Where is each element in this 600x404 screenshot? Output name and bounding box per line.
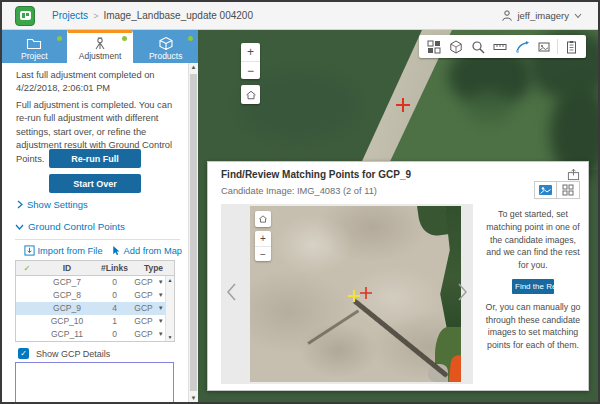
measure-icon [493, 40, 507, 54]
last-adjustment-status: Last full adjustment completed on 4/22/2… [16, 69, 182, 96]
map-zoom-control: + − [241, 43, 260, 79]
breadcrumb-projects-link[interactable]: Projects [52, 10, 88, 21]
cube-icon [158, 36, 174, 51]
matching-point-cross-red [360, 287, 372, 299]
show-settings-toggle[interactable]: Show Settings [17, 199, 88, 210]
chevron-down-icon [15, 224, 24, 230]
search-icon [471, 40, 485, 54]
column-links: #Links [96, 261, 133, 275]
adjustment-icon [92, 36, 108, 51]
home-extent-button[interactable] [241, 85, 260, 104]
zoom-in-button[interactable]: + [255, 231, 271, 246]
gcp-photo-placeholder: Photo not available [15, 362, 174, 402]
panel-scrollbar[interactable]: ▲ ▼ [188, 63, 198, 402]
map-canvas[interactable]: + − [198, 30, 598, 402]
scrollbar-thumb[interactable] [190, 74, 197, 391]
scroll-down-icon[interactable]: ▼ [189, 395, 198, 401]
chevron-right-icon [17, 200, 23, 209]
search-button[interactable] [467, 35, 489, 58]
gcp-table: ✓ ID #Links Type GCP_7 0 GCP▼ GCP_8 0 GC… [15, 260, 175, 342]
zoom-out-button[interactable]: − [241, 61, 260, 79]
add-from-map-link[interactable]: Add from Map [111, 245, 182, 256]
map-tree [466, 90, 511, 125]
type-dropdown-icon[interactable]: ▼ [158, 276, 164, 289]
find-the-rest-button[interactable]: Find the Rest [512, 279, 554, 294]
user-icon [501, 9, 513, 22]
chevron-down-icon [574, 13, 582, 19]
chevron-left-icon [226, 282, 237, 302]
gcp-section-toggle[interactable]: Ground Control Points [15, 221, 125, 232]
gcp-actions: Import from File Add from Map [2, 245, 182, 256]
single-image-view-button[interactable] [534, 181, 557, 199]
vegetation [417, 206, 449, 238]
type-dropdown-icon[interactable]: ▼ [158, 315, 164, 328]
image-display-icon [537, 40, 551, 54]
scroll-down-icon[interactable]: ▼ [166, 334, 174, 340]
gcp-row[interactable]: GCP_7 0 GCP▼ [16, 276, 165, 289]
clipboard-icon [565, 40, 578, 54]
matching-points-panel: Find/Review Matching Points for GCP_9 Ca… [207, 161, 589, 391]
sketch-button[interactable] [511, 35, 533, 58]
candidate-image[interactable]: + − [250, 206, 461, 382]
zoom-in-button[interactable]: + [241, 43, 260, 61]
measure-button[interactable] [489, 35, 511, 58]
overview-grid-icon [427, 40, 441, 54]
scroll-up-icon[interactable]: ▲ [189, 64, 198, 70]
pole-shadow [352, 299, 448, 378]
tab-bar: Project Adjustment Products [2, 30, 198, 63]
left-panel: Project Adjustment Products Last full ad… [2, 30, 198, 402]
grid-view-icon [562, 184, 574, 196]
next-image-button[interactable] [457, 282, 468, 306]
gcp-table-body: GCP_7 0 GCP▼ GCP_8 0 GCP▼ GCP_9 4 GCP▼ [16, 276, 174, 341]
image-home-button[interactable] [255, 211, 271, 227]
toolbar-divider [557, 39, 558, 54]
app-window: Projects > Image_Landbase_update 004200 … [0, 0, 600, 404]
gcp-row[interactable]: GCP_10 1 GCP▼ [16, 315, 165, 328]
map-toolbar [419, 35, 586, 58]
gcp-row-selected[interactable]: GCP_9 4 GCP▼ [16, 302, 165, 315]
clipboard-button[interactable] [560, 35, 582, 58]
user-name: jeff_imagery [517, 10, 569, 21]
tab-products[interactable]: Products [132, 30, 198, 63]
map-tree [238, 70, 358, 140]
import-from-file-link[interactable]: Import from File [24, 245, 103, 256]
gcp-row[interactable]: GCP_8 0 GCP▼ [16, 289, 165, 302]
grid-view-button[interactable] [557, 181, 580, 199]
gcp-table-header: ✓ ID #Links Type [16, 261, 174, 276]
home-icon [258, 214, 268, 224]
scroll-up-icon[interactable]: ▲ [166, 277, 174, 283]
matching-point-cross-yellow [348, 290, 360, 302]
show-gcp-details-label: Show GCP Details [36, 349, 110, 359]
type-dropdown-icon[interactable]: ▼ [158, 328, 164, 341]
rerun-full-button[interactable]: Re-run Full [49, 149, 141, 168]
adjustment-panel: Last full adjustment completed on 4/22/2… [2, 63, 188, 402]
table-scrollbar[interactable]: ▲ ▼ [165, 276, 174, 341]
candidate-image-viewer: + − [221, 204, 473, 384]
panel-title: Find/Review Matching Points for GCP_9 [221, 169, 411, 180]
import-icon [24, 245, 35, 256]
image-zoom-control: + − [255, 231, 271, 261]
view-toggles [534, 181, 580, 199]
project-title: Image_Landbase_update 004200 [103, 10, 253, 21]
previous-image-button[interactable] [226, 282, 237, 306]
type-dropdown-icon[interactable]: ▼ [158, 289, 164, 302]
status-dot [188, 36, 193, 41]
user-menu[interactable]: jeff_imagery [501, 9, 586, 22]
instructions: To get started, set matching point in on… [482, 208, 584, 352]
gcp-row[interactable]: GCP_11 0 GCP▼ [16, 328, 165, 341]
popout-icon [567, 168, 580, 181]
show-gcp-details-checkbox[interactable]: ✓ [18, 348, 29, 359]
zoom-out-button[interactable]: − [255, 246, 271, 261]
tab-project[interactable]: Project [2, 30, 67, 63]
type-dropdown-icon[interactable]: ▼ [158, 302, 164, 315]
divider [15, 239, 180, 240]
basemap-button[interactable] [445, 35, 467, 58]
overview-grid-button[interactable] [423, 35, 445, 58]
instruction-secondary: Or, you can manually go through these ca… [482, 301, 584, 352]
tab-adjustment[interactable]: Adjustment [67, 30, 133, 63]
start-over-button[interactable]: Start Over [49, 174, 141, 193]
image-view-icon [538, 184, 553, 196]
basemap-icon [449, 40, 463, 54]
image-display-button[interactable] [533, 35, 555, 58]
top-bar: Projects > Image_Landbase_update 004200 … [2, 2, 598, 30]
